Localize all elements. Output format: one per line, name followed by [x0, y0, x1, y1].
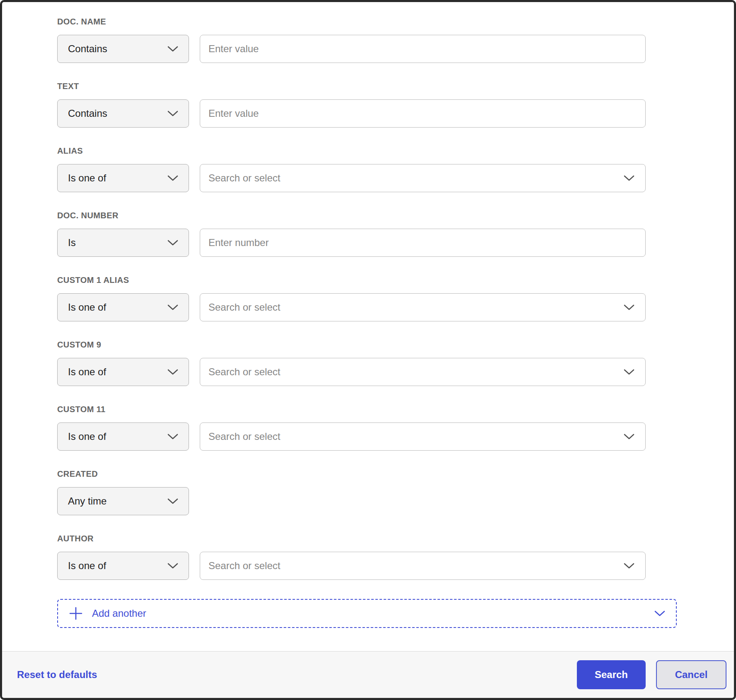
select-placeholder: Search or select [208, 366, 280, 378]
field-label-doc-number: DOC. NUMBER [57, 211, 734, 220]
filter-row-custom-11: CUSTOM 11 Is one of Search or select [57, 405, 734, 451]
field-label-text: TEXT [57, 82, 734, 90]
doc-name-value-input[interactable] [200, 35, 646, 63]
chevron-down-icon [624, 563, 634, 569]
chevron-down-icon [624, 369, 634, 375]
filter-row-doc-name: DOC. NAME Contains [57, 17, 734, 63]
reset-to-defaults-link[interactable]: Reset to defaults [17, 669, 97, 681]
custom-9-operator-select[interactable]: Is one of [57, 358, 189, 386]
chevron-down-icon [167, 46, 178, 52]
operator-value: Is [68, 237, 76, 249]
filter-row-doc-number: DOC. NUMBER Is [57, 211, 734, 257]
custom-1-alias-operator-select[interactable]: Is one of [57, 293, 189, 321]
field-label-author: AUTHOR [57, 534, 734, 543]
select-placeholder: Search or select [208, 431, 280, 442]
select-placeholder: Search or select [208, 302, 280, 313]
filter-row-custom-9: CUSTOM 9 Is one of Search or select [57, 340, 734, 386]
filter-row-alias: ALIAS Is one of Search or select [57, 147, 734, 192]
cancel-button[interactable]: Cancel [656, 660, 726, 689]
field-label-custom-9: CUSTOM 9 [57, 340, 734, 349]
plus-icon [69, 606, 83, 620]
chevron-down-icon [167, 175, 178, 181]
field-label-custom-1-alias: CUSTOM 1 ALIAS [57, 276, 734, 284]
add-another-label: Add another [92, 608, 146, 619]
chevron-down-icon [167, 304, 178, 310]
filter-row-text: TEXT Contains [57, 82, 734, 128]
select-placeholder: Search or select [208, 560, 280, 572]
author-operator-select[interactable]: Is one of [57, 552, 189, 580]
doc-number-operator-select[interactable]: Is [57, 229, 189, 257]
search-button[interactable]: Search [577, 660, 646, 689]
field-label-created: CREATED [57, 470, 734, 478]
filter-row-custom-1-alias: CUSTOM 1 ALIAS Is one of Search or selec… [57, 276, 734, 321]
alias-operator-select[interactable]: Is one of [57, 164, 189, 192]
custom-11-operator-select[interactable]: Is one of [57, 422, 189, 451]
operator-value: Is one of [68, 172, 106, 184]
add-another-button[interactable]: Add another [57, 599, 677, 628]
chevron-down-icon [167, 498, 178, 504]
chevron-down-icon [624, 175, 634, 181]
chevron-down-icon [167, 111, 178, 116]
operator-value: Any time [68, 495, 107, 507]
created-operator-select[interactable]: Any time [57, 487, 189, 515]
filter-row-created: CREATED Any time [57, 470, 734, 515]
field-label-doc-name: DOC. NAME [57, 17, 734, 26]
operator-value: Is one of [68, 302, 106, 313]
filters-area: DOC. NAME Contains TEXT Contains [2, 2, 734, 651]
custom-1-alias-value-select[interactable]: Search or select [200, 293, 646, 321]
chevron-down-icon [167, 563, 178, 569]
custom-11-value-select[interactable]: Search or select [200, 422, 646, 451]
chevron-down-icon [167, 434, 178, 439]
author-value-select[interactable]: Search or select [200, 552, 646, 580]
doc-name-operator-select[interactable]: Contains [57, 35, 189, 63]
operator-value: Is one of [68, 431, 106, 442]
operator-value: Is one of [68, 560, 106, 572]
operator-value: Contains [68, 108, 107, 119]
chevron-down-icon[interactable] [654, 611, 665, 616]
advanced-search-panel: DOC. NAME Contains TEXT Contains [0, 0, 736, 700]
operator-value: Is one of [68, 366, 106, 378]
chevron-down-icon [167, 240, 178, 246]
chevron-down-icon [624, 434, 634, 439]
field-label-alias: ALIAS [57, 147, 734, 155]
filter-row-author: AUTHOR Is one of Search or select [57, 534, 734, 580]
doc-number-value-input[interactable] [200, 229, 646, 257]
select-placeholder: Search or select [208, 172, 280, 184]
field-label-custom-11: CUSTOM 11 [57, 405, 734, 413]
custom-9-value-select[interactable]: Search or select [200, 358, 646, 386]
chevron-down-icon [624, 304, 634, 310]
text-operator-select[interactable]: Contains [57, 99, 189, 128]
chevron-down-icon [167, 369, 178, 375]
operator-value: Contains [68, 43, 107, 55]
dialog-footer: Reset to defaults Search Cancel [2, 651, 734, 698]
text-value-input[interactable] [200, 99, 646, 128]
alias-value-select[interactable]: Search or select [200, 164, 646, 192]
